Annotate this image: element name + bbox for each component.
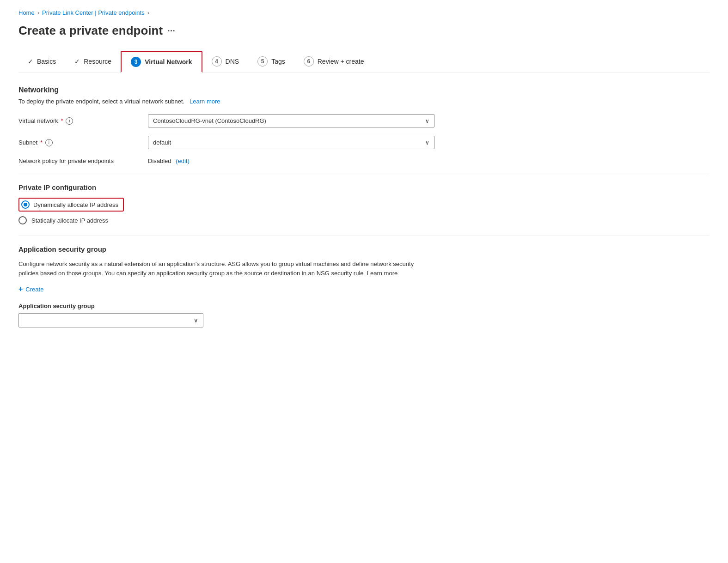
page-title-container: Create a private endpoint ··· (18, 24, 710, 38)
tab-number-tags: 5 (257, 56, 268, 67)
networking-desc: To deploy the private endpoint, select a… (18, 98, 710, 105)
tab-number-dns: 4 (212, 56, 222, 67)
networking-section: Networking To deploy the private endpoin… (18, 86, 710, 164)
network-policy-row: Network policy for private endpoints Dis… (18, 157, 710, 164)
chevron-down-icon-subnet: ∨ (425, 139, 429, 146)
network-policy-label: Network policy for private endpoints (18, 157, 139, 164)
tab-number-review: 6 (304, 56, 314, 67)
info-icon-vnet[interactable]: i (66, 117, 73, 125)
radio-static[interactable]: Statically allocate IP address (18, 216, 710, 224)
create-asg-label: Create (25, 286, 43, 293)
network-policy-value: Disabled (edit) (148, 157, 190, 164)
networking-learn-more-link[interactable]: Learn more (190, 98, 220, 105)
tab-tags[interactable]: 5 Tags (248, 52, 294, 73)
tab-basics-label: Basics (37, 58, 56, 65)
required-star-subnet: * (40, 139, 43, 146)
breadcrumb-home[interactable]: Home (18, 9, 35, 16)
network-policy-edit[interactable]: (edit) (176, 157, 190, 164)
breadcrumb: Home › Private Link Center | Private end… (18, 9, 710, 16)
virtual-network-select[interactable]: ContosoCloudRG-vnet (ContosoCloudRG) ∨ (148, 114, 434, 127)
tab-tags-label: Tags (271, 58, 285, 65)
virtual-network-row: Virtual network * i ContosoCloudRG-vnet … (18, 114, 710, 127)
divider-2 (18, 236, 710, 236)
asg-field-label: Application security group (18, 303, 710, 309)
radio-outer-static (18, 216, 27, 224)
radio-group-ip: Dynamically allocate IP address Statical… (18, 198, 710, 224)
checkmark-basics: ✓ (28, 58, 33, 65)
breadcrumb-sep2: › (147, 9, 149, 16)
radio-label-static: Statically allocate IP address (31, 217, 108, 224)
subnet-select[interactable]: default ∨ (148, 136, 434, 149)
tab-virtual-network[interactable]: 3 Virtual Network (121, 51, 202, 73)
create-asg-button[interactable]: + Create (18, 285, 43, 293)
asg-title: Application security group (18, 245, 710, 253)
tab-review-label: Review + create (318, 58, 364, 65)
tab-basics[interactable]: ✓ Basics (18, 53, 65, 71)
tab-review-create[interactable]: 6 Review + create (294, 52, 373, 73)
info-icon-subnet[interactable]: i (45, 139, 53, 146)
subnet-value: default (153, 139, 171, 146)
tab-resource[interactable]: ✓ Resource (65, 53, 121, 71)
breadcrumb-private-link[interactable]: Private Link Center | Private endpoints (42, 9, 145, 16)
tab-dns[interactable]: 4 DNS (202, 52, 249, 73)
asg-select[interactable]: ∨ (18, 313, 203, 327)
radio-dynamic[interactable]: Dynamically allocate IP address (18, 198, 710, 212)
virtual-network-label: Virtual network * i (18, 117, 139, 125)
breadcrumb-sep1: › (37, 9, 39, 16)
private-ip-section: Private IP configuration Dynamically all… (18, 183, 710, 224)
subnet-label: Subnet * i (18, 139, 139, 146)
tab-number-virtual-network: 3 (131, 57, 141, 67)
chevron-down-icon-asg: ∨ (194, 317, 198, 324)
virtual-network-value: ContosoCloudRG-vnet (ContosoCloudRG) (153, 117, 266, 124)
tab-dns-label: DNS (226, 58, 239, 65)
required-star-vnet: * (61, 118, 63, 124)
asg-section: Application security group Configure net… (18, 245, 710, 327)
radio-label-dynamic: Dynamically allocate IP address (33, 201, 118, 208)
radio-inner-dynamic (24, 203, 27, 206)
plus-icon: + (18, 285, 23, 293)
tab-resource-label: Resource (84, 58, 111, 65)
asg-learn-more-link[interactable]: Learn more (367, 270, 398, 277)
radio-outer-dynamic (21, 200, 30, 209)
chevron-down-icon-vnet: ∨ (425, 118, 429, 124)
subnet-row: Subnet * i default ∨ (18, 136, 710, 149)
asg-desc: Configure network security as a natural … (18, 260, 434, 278)
networking-title: Networking (18, 86, 710, 94)
divider-1 (18, 174, 710, 174)
tabs-container: ✓ Basics ✓ Resource 3 Virtual Network 4 … (18, 51, 710, 73)
ellipsis-menu[interactable]: ··· (167, 25, 175, 36)
checkmark-resource: ✓ (74, 58, 80, 65)
networking-desc-text: To deploy the private endpoint, select a… (18, 98, 184, 105)
dynamic-selected-box: Dynamically allocate IP address (18, 198, 124, 212)
private-ip-title: Private IP configuration (18, 183, 710, 191)
tab-virtual-network-label: Virtual Network (145, 58, 192, 66)
page-title: Create a private endpoint (18, 24, 163, 38)
